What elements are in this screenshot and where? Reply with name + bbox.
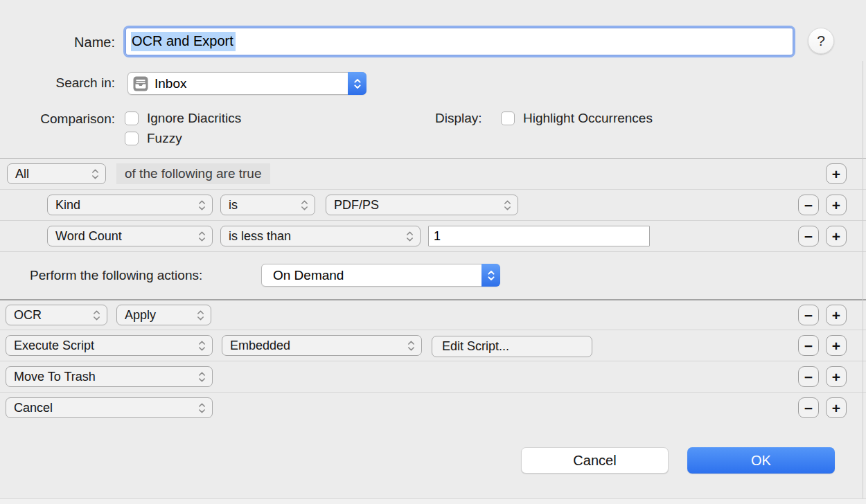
chevron-updown-icon — [504, 199, 511, 211]
fuzzy-checkbox[interactable] — [125, 132, 139, 145]
condition-value-input[interactable] — [428, 226, 650, 246]
add-condition-button[interactable]: + — [826, 163, 847, 184]
match-text: of the following are true — [116, 163, 270, 184]
smart-rule-dialog: Name: OCR and Export ? Search in: Inbox — [0, 0, 866, 504]
condition-row: Word Count is less than − + — [0, 220, 866, 251]
condition-attribute-popup[interactable]: Word Count — [47, 226, 213, 246]
perform-actions-label: Perform the following actions: — [30, 268, 202, 283]
ignore-diacritics-option: Ignore Diacritics — [125, 111, 241, 126]
chevron-updown-icon — [198, 340, 206, 352]
rule-name-field-focus-ring: OCR and Export — [123, 26, 795, 57]
highlight-occurrences-checkbox[interactable] — [501, 111, 515, 125]
add-condition-button[interactable]: + — [826, 195, 847, 215]
action-option-value: Apply — [125, 308, 156, 323]
dialog-header: Name: OCR and Export ? Search in: Inbox — [0, 0, 866, 158]
action-value: Move To Trash — [14, 370, 96, 384]
remove-action-button[interactable]: − — [798, 366, 819, 387]
action-popup[interactable]: Cancel — [6, 397, 213, 418]
edit-script-button[interactable]: Edit Script... — [432, 336, 592, 357]
remove-action-button[interactable]: − — [798, 305, 819, 325]
ok-button[interactable]: OK — [687, 447, 835, 474]
chevron-updown-icon — [198, 371, 206, 383]
help-button[interactable]: ? — [808, 28, 834, 54]
perform-actions-band: Perform the following actions: On Demand — [0, 251, 866, 299]
action-popup[interactable]: OCR — [6, 305, 107, 325]
search-in-value: Inbox — [154, 76, 186, 91]
chevron-updown-icon — [197, 309, 204, 321]
action-option-popup[interactable]: Apply — [116, 305, 211, 325]
match-popup[interactable]: All — [7, 163, 106, 184]
rules-area: All of the following are true + Kind is — [0, 158, 866, 423]
condition-operator-popup[interactable]: is — [220, 195, 315, 215]
dialog-footer: Cancel OK — [0, 418, 866, 504]
condition-operator-value: is less than — [229, 229, 291, 244]
rule-name-selected-text: OCR and Export — [131, 32, 236, 51]
match-popup-value: All — [15, 167, 29, 181]
schedule-popup[interactable]: On Demand — [261, 264, 500, 287]
condition-value: PDF/PS — [334, 198, 379, 213]
action-option-value: Embedded — [230, 339, 290, 353]
chevron-updown-icon — [93, 309, 100, 321]
comparison-options: Ignore Diacritics Fuzzy — [125, 111, 241, 146]
condition-operator-popup[interactable]: is less than — [220, 226, 421, 246]
match-rule-row: All of the following are true + — [0, 158, 866, 189]
remove-condition-button[interactable]: − — [798, 195, 819, 215]
cancel-button[interactable]: Cancel — [521, 447, 669, 474]
chevron-updown-icon — [198, 231, 206, 242]
remove-action-button[interactable]: − — [798, 397, 819, 418]
display-label: Display: — [435, 111, 501, 126]
action-option-popup[interactable]: Embedded — [222, 335, 422, 356]
search-in-popup[interactable]: Inbox — [127, 72, 366, 95]
action-value: Execute Script — [14, 339, 94, 353]
rule-name-input[interactable]: OCR and Export — [125, 28, 793, 55]
action-value: Cancel — [14, 401, 53, 415]
remove-condition-button[interactable]: − — [798, 226, 819, 246]
chevron-updown-icon — [198, 402, 206, 414]
action-row: Execute Script Embedded Edit Script... −… — [0, 330, 866, 361]
schedule-value: On Demand — [267, 268, 344, 283]
action-row: Move To Trash − + — [0, 361, 866, 392]
chevron-updown-icon — [407, 340, 415, 352]
chevron-updown-icon — [91, 168, 99, 180]
inbox-icon — [133, 76, 148, 91]
popup-chevron-updown-icon — [348, 72, 366, 95]
display-options: Display: Highlight Occurrences — [435, 111, 653, 126]
highlight-occurrences-label: Highlight Occurrences — [523, 111, 653, 126]
condition-value-popup[interactable]: PDF/PS — [326, 195, 518, 215]
fuzzy-option: Fuzzy — [125, 131, 241, 146]
action-row: OCR Apply − + — [0, 299, 866, 330]
fuzzy-label: Fuzzy — [147, 131, 182, 146]
action-popup[interactable]: Execute Script — [6, 335, 213, 356]
search-in-label: Search in: — [0, 75, 115, 91]
comparison-label: Comparison: — [0, 111, 115, 127]
ignore-diacritics-checkbox[interactable] — [125, 111, 139, 125]
window-bottom-strip — [0, 499, 866, 504]
add-action-button[interactable]: + — [826, 366, 847, 387]
add-action-button[interactable]: + — [826, 305, 847, 325]
condition-attribute-value: Word Count — [55, 229, 122, 244]
condition-operator-value: is — [229, 198, 238, 213]
add-action-button[interactable]: + — [826, 335, 847, 356]
window-right-edge — [863, 61, 863, 504]
name-label: Name: — [0, 35, 115, 51]
chevron-updown-icon — [301, 199, 308, 211]
condition-row: Kind is PDF/PS − + — [0, 189, 866, 220]
condition-attribute-value: Kind — [55, 198, 80, 213]
add-condition-button[interactable]: + — [826, 226, 847, 246]
popup-chevron-updown-icon — [481, 264, 500, 287]
remove-action-button[interactable]: − — [798, 335, 819, 356]
chevron-updown-icon — [198, 199, 206, 211]
add-action-button[interactable]: + — [826, 397, 847, 418]
chevron-updown-icon — [406, 231, 414, 242]
ignore-diacritics-label: Ignore Diacritics — [147, 111, 241, 126]
action-value: OCR — [14, 308, 42, 323]
action-popup[interactable]: Move To Trash — [6, 366, 213, 387]
condition-attribute-popup[interactable]: Kind — [47, 195, 213, 215]
